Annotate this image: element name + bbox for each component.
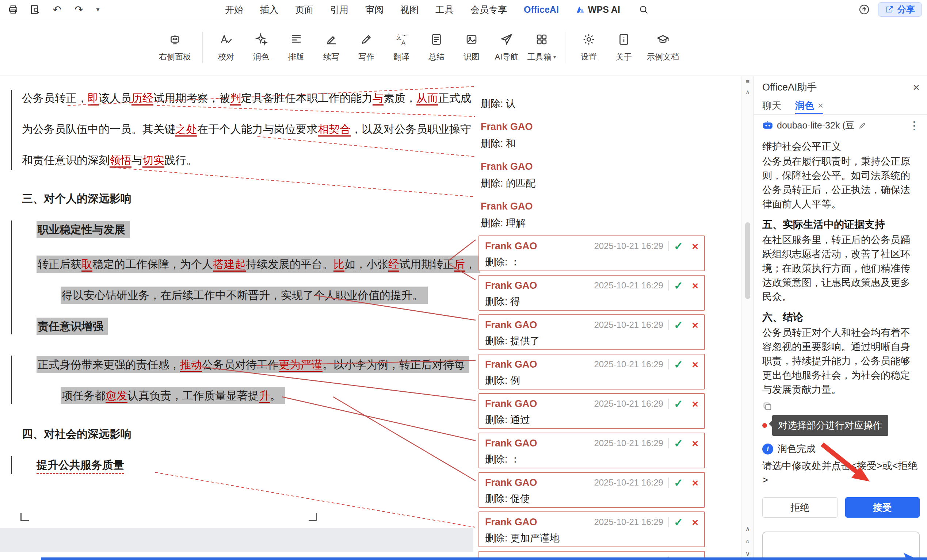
scrollbar-thumb[interactable] — [745, 222, 750, 299]
comment-card[interactable]: Frank GAO 2025-10-21 16:29 ✓ × 删除: ： — [479, 433, 705, 468]
document-area[interactable]: 公务员转正，即该人员历经试用期考察，被判定具备胜任本职工作的能力与素质，从而正式… — [0, 76, 742, 560]
toolbar-summary-button[interactable]: 总结 — [419, 32, 454, 62]
tab-insert[interactable]: 插入 — [260, 4, 278, 16]
text-segment: 转正后获 — [38, 258, 81, 270]
accept-change-button[interactable]: ✓ — [674, 437, 683, 449]
officeai-assistant-panel: OfficeAI助手 × 聊天 润色 × doubao-lite-32k (豆 … — [753, 76, 927, 560]
redo-icon[interactable]: ↷ — [72, 3, 85, 16]
reject-button[interactable]: 拒绝 — [762, 497, 838, 518]
comment-card[interactable]: ✓ × 删除: 认 — [479, 76, 705, 116]
tab-page[interactable]: 页面 — [295, 4, 313, 16]
toolbar-ai-navigation-button[interactable]: AI导航 — [489, 32, 524, 62]
accept-change-button[interactable]: ✓ — [674, 398, 683, 410]
accept-change-button[interactable]: ✓ — [674, 358, 683, 370]
scroll-up-icon[interactable]: ∧ — [745, 89, 750, 95]
undo-icon[interactable]: ↶ — [50, 3, 64, 16]
text-segment: 在于个人能力与岗位要求 — [197, 123, 318, 135]
reject-change-button[interactable]: × — [692, 240, 698, 252]
upload-icon[interactable] — [858, 3, 871, 16]
comment-card[interactable]: Frank GAO 2025-10-21 16:29 ✓ × 删除: 通过 — [479, 393, 705, 429]
model-selector[interactable]: doubao-lite-32k (豆 ⋮ — [762, 115, 920, 136]
comment-card[interactable]: Frank GAO ✓ × 删除: 理解 — [479, 196, 705, 235]
accept-button[interactable]: 接受 — [845, 497, 920, 518]
tracked-insertion: 升 — [259, 390, 270, 403]
undo-redo-dropdown-icon[interactable]: ▾ — [94, 3, 102, 16]
officeai-ribbon: 右侧面板 校对 润色 排版 续写 写作 文A 翻译 总结 — [0, 19, 927, 76]
toolbar-proofread-button[interactable]: 校对 — [208, 32, 244, 62]
tab-member[interactable]: 会员专享 — [470, 4, 507, 16]
toolbar-right-panel-button[interactable]: 右侧面板 — [153, 32, 196, 62]
info-icon: i — [762, 443, 773, 454]
reject-change-button[interactable]: × — [692, 437, 698, 449]
accept-change-button[interactable]: ✓ — [674, 319, 683, 331]
toolbar-writing-button[interactable]: 写作 — [349, 32, 384, 62]
reject-change-button[interactable]: × — [692, 319, 698, 331]
tab-tools[interactable]: 工具 — [435, 4, 454, 16]
comment-card[interactable]: Frank GAO ✓ × 删除: 的匹配 — [479, 156, 705, 196]
toolbar-layout-button[interactable]: 排版 — [279, 32, 314, 62]
more-options-icon[interactable]: ⋮ — [909, 119, 920, 132]
reject-change-button[interactable]: × — [692, 398, 698, 410]
comment-card[interactable]: Frank GAO 2025-10-21 16:29 ✓ × 删除: 促使 — [479, 472, 705, 508]
accept-change-button[interactable]: ✓ — [674, 477, 683, 489]
comment-card[interactable]: Frank GAO 2025-10-21 16:29 ✓ × 删除: 更加严谨地 — [479, 511, 705, 547]
edit-model-icon[interactable] — [858, 121, 867, 130]
reject-change-button[interactable]: × — [692, 280, 698, 292]
comment-timestamp: 2025-10-21 16:29 — [594, 478, 663, 488]
comment-card[interactable]: Frank GAO 2025-10-21 16:29 ✓ × 删除: 得 — [479, 275, 705, 311]
text-segment: 为公务员队伍中的一员。其关键 — [22, 123, 175, 135]
tab-officeai[interactable]: OfficeAI — [524, 5, 559, 15]
scrollbar-menu-icon[interactable]: ≡ — [746, 79, 749, 85]
page-gap — [0, 528, 473, 552]
toolbox-dropdown-icon[interactable]: ▾ — [553, 54, 556, 60]
toolbar-polish-button[interactable]: 润色 — [244, 32, 279, 62]
print-icon[interactable] — [6, 3, 20, 16]
toolbar-translate-button[interactable]: 文A 翻译 — [384, 32, 419, 62]
text-segment: 认真负责，工作质量显著提 — [128, 390, 259, 402]
accept-change-button[interactable]: ✓ — [674, 516, 683, 528]
text-segment: 提升公共服务质量 — [36, 459, 124, 471]
print-preview-icon[interactable] — [29, 3, 42, 16]
reject-change-button[interactable]: × — [692, 516, 698, 528]
comment-card[interactable]: Frank GAO 2025-10-21 16:29 ✓ × 删除: 例 — [479, 354, 705, 390]
close-tab-icon[interactable]: × — [818, 100, 823, 111]
tab-wps-ai[interactable]: WPS AI — [576, 5, 620, 15]
comment-timestamp: 2025-10-21 16:29 — [594, 280, 663, 291]
tab-chat[interactable]: 聊天 — [762, 97, 781, 114]
next-page-icon[interactable]: ∨ — [745, 551, 750, 557]
tab-polish[interactable]: 润色 × — [795, 97, 823, 114]
toolbar-image-recognition-button[interactable]: 识图 — [454, 32, 489, 62]
comment-author: Frank GAO — [481, 201, 533, 212]
document-scrollbar[interactable]: ≡ ∧ ∧ ○ ∨ — [742, 76, 754, 560]
comment-divider — [669, 399, 669, 409]
tab-review[interactable]: 审阅 — [365, 4, 383, 16]
comment-card[interactable]: Frank GAO ✓ × 删除: 和 — [479, 116, 705, 156]
toolbar-continue-writing-button[interactable]: 续写 — [314, 32, 349, 62]
select-browse-object-icon[interactable]: ○ — [746, 538, 750, 545]
accept-change-button[interactable]: ✓ — [674, 280, 683, 292]
reject-change-button[interactable]: × — [692, 477, 698, 489]
text-segment: 稳定的工作保障，为个人 — [93, 258, 213, 270]
search-icon[interactable] — [637, 3, 650, 16]
copy-icon[interactable] — [762, 401, 920, 412]
tab-reference[interactable]: 引用 — [330, 4, 348, 16]
toolbar-toolbox-button[interactable]: 工具箱▾ — [524, 32, 559, 62]
reject-change-button[interactable]: × — [692, 358, 698, 370]
tracked-insertion: 搭建起 — [213, 258, 246, 272]
tab-start[interactable]: 开始 — [225, 4, 243, 16]
close-panel-icon[interactable]: × — [913, 81, 920, 93]
toolbar-about-button[interactable]: 关于 — [606, 32, 641, 62]
comment-card[interactable]: Frank GAO 2025-10-21 16:29 ✓ × 删除: ： — [479, 235, 705, 271]
tab-view[interactable]: 视图 — [400, 4, 419, 16]
accept-change-button[interactable]: ✓ — [674, 240, 683, 252]
share-icon — [885, 5, 894, 14]
toolbar-settings-button[interactable]: 设置 — [571, 32, 606, 62]
comment-timestamp: 2025-10-21 16:29 — [594, 438, 663, 448]
toolbar-sample-document-button[interactable]: 示例文档 — [641, 32, 684, 62]
share-button[interactable]: 分享 — [878, 2, 922, 17]
previous-page-icon[interactable]: ∧ — [745, 526, 750, 532]
comment-author: Frank GAO — [485, 516, 537, 528]
comment-card[interactable]: Frank GAO 2025-10-21 16:29 ✓ × 删除: 提供了 — [479, 314, 705, 350]
chat-input[interactable] — [767, 534, 901, 560]
chat-input-container[interactable] — [762, 531, 920, 560]
